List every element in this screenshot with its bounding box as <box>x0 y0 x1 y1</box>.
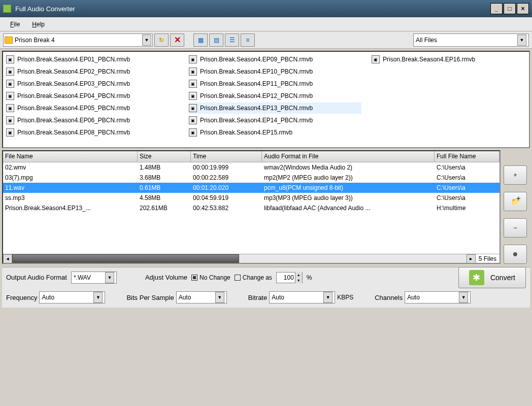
queue-row[interactable]: ss.mp34.58MB00:04:59.919mp3(MP3 (MPEG au… <box>3 193 500 203</box>
remove-button[interactable]: − <box>504 218 527 238</box>
scroll-left-icon[interactable]: ◄ <box>3 254 12 263</box>
volume-input[interactable] <box>277 274 295 281</box>
col-header-time[interactable]: Time <box>191 151 262 162</box>
queue-row[interactable]: 03(7).mpg3.68MB00:00:22.589mp2(MP2 (MPEG… <box>3 173 500 183</box>
output-format-select[interactable]: *.WAV ▼ <box>71 272 117 284</box>
spin-down-icon[interactable]: ▼ <box>295 278 302 283</box>
menu-file[interactable]: File <box>4 19 26 30</box>
percent-label: % <box>307 274 312 281</box>
view-large-icons-button[interactable]: ▦ <box>193 33 208 47</box>
media-file-icon: ▣ <box>189 104 197 112</box>
bits-label: Bits Per Sample <box>126 294 174 301</box>
file-item[interactable]: ▣Prison.Break.Season4.EP08_PBCN.rmvb <box>6 127 179 138</box>
bitrate-select[interactable]: Auto ▼ <box>269 291 335 303</box>
maximize-button[interactable]: □ <box>504 3 516 14</box>
volume-spinner[interactable]: ▲ ▼ <box>276 272 303 283</box>
file-name: Prison.Break.Season4.EP03_PBCN.rmvb <box>17 80 130 87</box>
path-selector[interactable]: Prison Break 4 ▼ <box>3 33 153 47</box>
filter-selector[interactable]: All Files ▼ <box>413 33 529 47</box>
col-header-name[interactable]: File Name <box>3 151 138 162</box>
format-dropdown-icon[interactable]: ▼ <box>105 272 114 283</box>
view-small-icons-button[interactable]: ▤ <box>209 33 223 47</box>
file-name: Prison.Break.Season4.EP05_PBCN.rmvb <box>17 105 130 112</box>
file-item[interactable]: ▣Prison.Break.Season4.EP09_PBCN.rmvb <box>189 54 361 65</box>
scroll-right-icon[interactable]: ► <box>467 254 476 263</box>
dropdown-icon[interactable]: ▼ <box>93 292 103 303</box>
file-item[interactable]: ▣Prison.Break.Season4.EP11_PBCN.rmvb <box>189 78 361 89</box>
change-as-checkbox[interactable]: Change as <box>235 274 272 281</box>
details-icon: ≡ <box>246 37 249 44</box>
media-file-icon: ▣ <box>6 92 14 100</box>
no-change-radio[interactable]: No Change <box>191 274 230 281</box>
bits-value: Auto <box>179 294 215 301</box>
add-folder-button[interactable]: 📁+ <box>504 192 527 211</box>
menu-help[interactable]: Help <box>26 19 51 30</box>
file-item[interactable]: ▣Prison.Break.Season4.EP10_PBCN.rmvb <box>189 66 361 77</box>
queue-row[interactable]: 11.wav0.61MB00:01:20.020pcm_u8(PCM unsig… <box>3 183 500 193</box>
cell-format: mp2(MP2 (MPEG audio layer 2)) <box>262 174 435 181</box>
cell-time: 00:04:59.919 <box>191 194 262 201</box>
file-item[interactable]: ▣Prison.Break.Season4.EP06_PBCN.rmvb <box>6 115 179 126</box>
cell-size: 4.58MB <box>138 194 191 201</box>
filter-dropdown-icon[interactable]: ▼ <box>517 35 526 46</box>
dot-icon: • <box>513 246 518 262</box>
dropdown-icon[interactable]: ▼ <box>215 292 224 303</box>
dropdown-icon[interactable]: ▼ <box>459 292 468 303</box>
file-item[interactable]: ▣Prison.Break.Season4.EP14_PBCN.rmvb <box>189 115 361 126</box>
view-list-button[interactable]: ☰ <box>225 33 239 47</box>
convert-label: Convert <box>490 274 515 282</box>
file-item[interactable]: ▣Prison.Break.Season4.EP12_PBCN.rmvb <box>189 90 361 101</box>
channels-select[interactable]: Auto ▼ <box>405 291 471 303</box>
dropdown-icon[interactable]: ▼ <box>323 292 332 303</box>
bits-select[interactable]: Auto ▼ <box>176 291 227 303</box>
queue-row[interactable]: 02.wmv1.48MB00:00:19.999wmav2(Windows Me… <box>3 162 500 173</box>
file-name: Prison.Break.Season4.EP09_PBCN.rmvb <box>200 56 313 63</box>
cell-size: 3.68MB <box>138 174 191 181</box>
queue-table[interactable]: File Name Size Time Audio Format in File… <box>2 150 501 264</box>
convert-icon: ✱ <box>469 270 484 285</box>
close-button[interactable]: × <box>517 3 529 14</box>
cell-time: 00:01:20.020 <box>191 184 262 191</box>
queue-row[interactable]: Prison.Break.Season4.EP13_...202.61MB00:… <box>3 203 500 213</box>
file-name: Prison.Break.Season4.EP02_PBCN.rmvb <box>17 68 130 75</box>
file-item[interactable]: ▣Prison.Break.Season4.EP05_PBCN.rmvb <box>6 103 179 114</box>
add-file-button[interactable]: + <box>504 165 527 185</box>
media-file-icon: ▣ <box>189 92 197 100</box>
bitrate-value: Auto <box>272 294 323 301</box>
delete-button[interactable]: ✕ <box>170 33 184 47</box>
cell-format: pcm_u8(PCM unsigned 8-bit) <box>262 184 435 191</box>
frequency-select[interactable]: Auto ▼ <box>39 291 105 303</box>
file-item[interactable]: ▣Prison.Break.Season4.EP01_PBCN.rmvb <box>6 54 179 65</box>
col-header-size[interactable]: Size <box>138 151 191 162</box>
file-count: 5 Files <box>476 254 500 263</box>
clear-button[interactable]: • <box>504 245 527 264</box>
file-item[interactable]: ▣Prison.Break.Season4.EP02_PBCN.rmvb <box>6 66 179 77</box>
file-item[interactable]: ▣Prison.Break.Season4.EP15.rmvb <box>189 127 361 138</box>
minimize-button[interactable]: _ <box>490 3 503 14</box>
view-details-button[interactable]: ≡ <box>241 33 255 47</box>
file-item[interactable]: ▣Prison.Break.Season4.EP04_PBCN.rmvb <box>6 90 179 101</box>
window-title: Full Audio Converter <box>15 5 490 13</box>
file-name: Prison.Break.Season4.EP12_PBCN.rmvb <box>200 92 313 99</box>
scroll-thumb[interactable] <box>12 254 239 263</box>
file-name: Prison.Break.Season4.EP04_PBCN.rmvb <box>17 92 130 99</box>
file-browser[interactable]: ▣Prison.Break.Season4.EP01_PBCN.rmvb▣Pri… <box>2 51 530 148</box>
h-scrollbar[interactable]: ◄ ► 5 Files <box>3 254 500 263</box>
up-folder-button[interactable]: ↻ <box>154 33 169 47</box>
cell-name: 02.wmv <box>3 164 138 171</box>
col-header-path[interactable]: Full File Name <box>435 151 500 162</box>
file-name: Prison.Break.Season4.EP01_PBCN.rmvb <box>17 56 130 63</box>
col-header-format[interactable]: Audio Format in File <box>262 151 435 162</box>
spin-up-icon[interactable]: ▲ <box>295 272 302 278</box>
file-name: Prison.Break.Season4.EP06_PBCN.rmvb <box>17 117 130 124</box>
convert-button[interactable]: ✱ Convert <box>458 267 526 288</box>
media-file-icon: ▣ <box>189 128 197 137</box>
file-item[interactable]: ▣Prison.Break.Season4.EP13_PBCN.rmvb <box>189 103 361 114</box>
no-change-label: No Change <box>200 274 230 281</box>
media-file-icon: ▣ <box>6 55 14 63</box>
titlebar: Full Audio Converter _ □ × <box>0 0 532 17</box>
path-dropdown-icon[interactable]: ▼ <box>142 35 151 46</box>
file-item[interactable]: ▣Prison.Break.Season4.EP03_PBCN.rmvb <box>6 78 179 89</box>
file-item[interactable]: ▣Prison.Break.Season4.EP16.rmvb <box>372 54 530 65</box>
cell-time: 00:00:22.589 <box>191 174 262 181</box>
